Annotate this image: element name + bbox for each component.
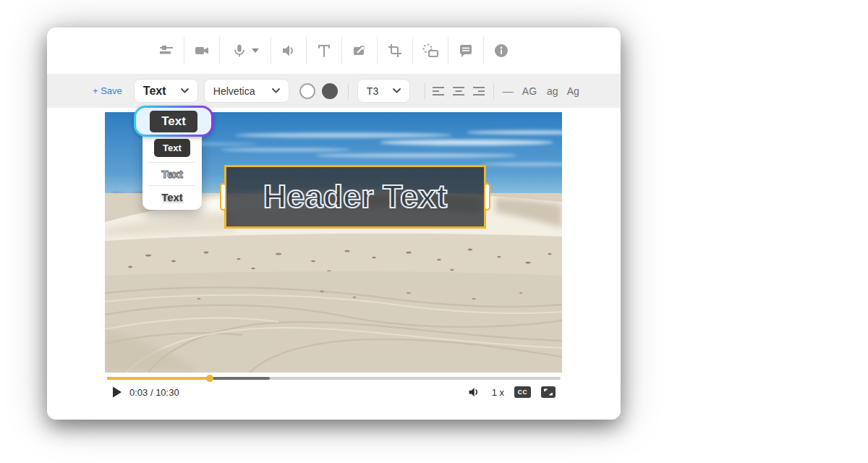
text-tool-button[interactable] bbox=[307, 27, 341, 74]
player-controls-left: 0:03 / 10:30 bbox=[107, 386, 179, 398]
player-controls-right: 1 x CC bbox=[468, 386, 561, 398]
fullscreen-button[interactable] bbox=[541, 386, 556, 398]
microphone-button[interactable] bbox=[220, 27, 271, 74]
player-controls: 0:03 / 10:30 1 x CC bbox=[107, 383, 561, 401]
style-menu-panel: Text Text Text bbox=[142, 136, 202, 210]
style-menu-item-solid[interactable]: Text bbox=[154, 139, 190, 157]
align-center-button[interactable] bbox=[450, 82, 467, 100]
format-bar-divider bbox=[348, 83, 349, 99]
blur-selection-button[interactable] bbox=[413, 27, 448, 74]
align-right-button[interactable] bbox=[470, 82, 488, 100]
menu-divider bbox=[148, 162, 196, 163]
format-bar: + Save Text Helvetica T3 bbox=[47, 74, 621, 108]
fullscreen-icon bbox=[541, 386, 556, 398]
font-value: Helvetica bbox=[213, 85, 255, 97]
crop-button[interactable] bbox=[378, 27, 412, 74]
text-stroke-color-swatch[interactable] bbox=[299, 83, 315, 99]
case-uppercase-button[interactable]: AG bbox=[522, 85, 537, 97]
info-icon bbox=[493, 42, 510, 59]
camera-button[interactable] bbox=[184, 27, 219, 74]
align-right-icon bbox=[472, 86, 485, 96]
play-button[interactable] bbox=[112, 386, 122, 398]
case-none-button[interactable]: — bbox=[503, 85, 514, 97]
seek-bar-played bbox=[107, 377, 210, 380]
overlay-resize-handle-right[interactable] bbox=[484, 183, 490, 211]
style-swatch-label: Text bbox=[163, 143, 182, 153]
time-display: 0:03 / 10:30 bbox=[129, 387, 179, 398]
crop-icon bbox=[386, 42, 404, 59]
text-style-select[interactable]: Text bbox=[134, 79, 198, 103]
text-size-select[interactable]: T3 bbox=[357, 79, 410, 103]
align-left-button[interactable] bbox=[430, 82, 447, 100]
menu-divider bbox=[148, 185, 196, 186]
chevron-down-icon bbox=[393, 88, 401, 93]
text-overlay-label: Header Text bbox=[263, 178, 447, 216]
style-menu-selected-item[interactable]: Text bbox=[134, 106, 213, 137]
comment-icon bbox=[457, 42, 475, 59]
format-bar-divider bbox=[425, 83, 425, 99]
chevron-down-icon bbox=[272, 88, 280, 93]
captions-button[interactable]: CC bbox=[514, 386, 531, 398]
volume-icon bbox=[280, 42, 297, 59]
play-icon bbox=[112, 386, 122, 398]
seek-bar-knob[interactable] bbox=[206, 375, 213, 382]
text-size-value: T3 bbox=[367, 85, 378, 97]
save-button[interactable]: + Save bbox=[93, 85, 122, 96]
top-toolbar bbox=[47, 27, 621, 74]
align-center-icon bbox=[452, 86, 465, 96]
text-tool-icon bbox=[315, 42, 333, 59]
style-swatch-solid-large: Text bbox=[150, 111, 197, 132]
camera-icon bbox=[193, 42, 210, 59]
text-overlay-box[interactable]: Header Text bbox=[224, 165, 486, 229]
chevron-down-icon bbox=[181, 88, 189, 93]
case-lowercase-button[interactable]: ag bbox=[547, 85, 558, 97]
microphone-icon bbox=[231, 42, 247, 59]
style-menu-item-shadow[interactable]: Text bbox=[161, 191, 183, 203]
export-button[interactable] bbox=[342, 27, 377, 74]
style-menu-selected-inner: Text bbox=[136, 108, 211, 135]
overlay-resize-handle-left[interactable] bbox=[220, 183, 226, 211]
style-swatch-label: Text bbox=[161, 114, 186, 129]
blur-selection-icon bbox=[421, 42, 440, 59]
info-button[interactable] bbox=[484, 27, 519, 74]
comment-button[interactable] bbox=[448, 27, 483, 74]
font-select[interactable]: Helvetica bbox=[204, 79, 289, 103]
player-volume-icon bbox=[468, 386, 482, 398]
style-menu-item-outline[interactable]: Text bbox=[161, 168, 183, 180]
tune-button[interactable] bbox=[149, 27, 184, 74]
playback-speed-button[interactable]: 1 x bbox=[492, 387, 504, 398]
editor-window: + Save Text Helvetica T3 bbox=[47, 27, 621, 420]
volume-button[interactable] bbox=[271, 27, 306, 74]
tune-icon bbox=[158, 42, 175, 59]
text-fill-color-swatch[interactable] bbox=[322, 83, 338, 99]
seek-bar[interactable] bbox=[107, 377, 561, 380]
player-volume-button[interactable] bbox=[468, 386, 482, 398]
export-icon bbox=[351, 42, 368, 59]
align-left-icon bbox=[432, 86, 445, 96]
text-style-value: Text bbox=[143, 85, 166, 98]
format-bar-divider bbox=[493, 83, 494, 99]
case-titlecase-button[interactable]: Ag bbox=[567, 85, 579, 97]
mic-options-caret-icon[interactable] bbox=[252, 48, 259, 53]
